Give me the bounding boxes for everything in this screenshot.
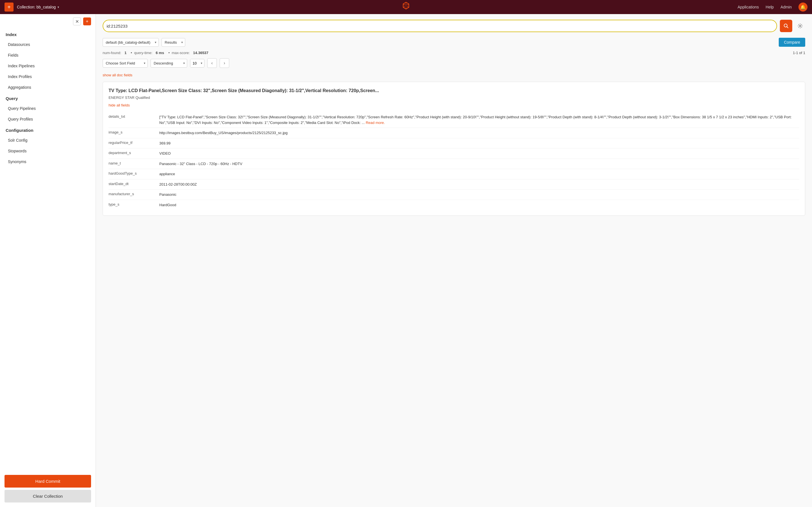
max-score-label: max-score:	[172, 51, 190, 55]
sidebar: ✕ + Index Datasources Fields Index Pipel…	[0, 14, 96, 507]
field-value: Panasonic - 32" Class - LCD - 720p - 60H…	[159, 161, 799, 167]
svg-point-2	[800, 25, 801, 27]
query-time-label: query-time:	[134, 51, 153, 55]
topnav-right: Applications Help Admin 🔔	[738, 3, 808, 11]
field-value: VIDEO	[159, 151, 799, 156]
query-time-value: 6 ms	[156, 51, 164, 55]
compare-button[interactable]: Compare	[779, 38, 805, 47]
notifications-button[interactable]: 🔔	[799, 3, 808, 11]
max-score-value: 14.36537	[193, 51, 208, 55]
field-table: details_txt["TV Type: LCD Flat-Panel","S…	[109, 112, 799, 210]
sort-order-select-wrapper: Descending ▾	[151, 59, 187, 68]
field-name: startDate_dt	[109, 182, 154, 187]
search-bar-row	[103, 20, 805, 32]
field-name: details_txt	[109, 114, 154, 125]
sidebar-item-query-profiles[interactable]: Query Profiles	[2, 114, 93, 124]
index-section-title: Index	[0, 29, 96, 39]
controls-row: default (bb_catalog-default) ▾ Results ▾…	[103, 38, 805, 47]
sidebar-item-datasources[interactable]: Datasources	[2, 40, 93, 50]
field-row: type_sHardGood	[109, 200, 799, 210]
field-value: http://images.bestbuy.com/BestBuy_US/ima…	[159, 130, 799, 136]
sort-order-select[interactable]: Descending	[151, 59, 187, 68]
sidebar-close-button[interactable]: ✕	[73, 17, 81, 25]
result-title: TV Type: LCD Flat-Panel,Screen Size Clas…	[109, 88, 799, 94]
search-input-wrapper	[103, 20, 777, 32]
sidebar-item-query-pipelines[interactable]: Query Pipelines	[2, 103, 93, 114]
sidebar-item-fields[interactable]: Fields	[2, 50, 93, 60]
configuration-section-title: Configuration	[0, 124, 96, 135]
field-name: department_s	[109, 151, 154, 156]
settings-icon	[797, 23, 803, 29]
field-name: type_s	[109, 202, 154, 208]
search-button[interactable]	[780, 20, 792, 32]
sidebar-item-index-pipelines[interactable]: Index Pipelines	[2, 61, 93, 71]
sort-field-select[interactable]: Choose Sort Field	[103, 59, 148, 68]
field-value: ["TV Type: LCD Flat-Panel","Screen Size …	[159, 114, 799, 125]
page-size-wrapper: 10 ▾	[190, 59, 204, 68]
main-layout: ✕ + Index Datasources Fields Index Pipel…	[0, 14, 812, 507]
field-name: image_s	[109, 130, 154, 136]
sidebar-item-aggregations[interactable]: Aggregations	[2, 82, 93, 93]
sidebar-item-index-profiles[interactable]: Index Profiles	[2, 71, 93, 82]
num-found-label: num-found:	[103, 51, 121, 55]
next-page-button[interactable]: ›	[220, 58, 229, 68]
field-row: regularPrice_tf369.99	[109, 138, 799, 149]
query-section-title: Query	[0, 93, 96, 103]
main-content: default (bb_catalog-default) ▾ Results ▾…	[96, 14, 812, 507]
page-size-select[interactable]: 10	[190, 59, 199, 67]
field-name: name_t	[109, 161, 154, 167]
pagination-info: 1-1 of 1	[793, 51, 805, 55]
sort-field-select-wrapper: Choose Sort Field ▾	[103, 59, 148, 68]
field-name: manufacturer_s	[109, 192, 154, 198]
sidebar-item-synonyms[interactable]: Synonyms	[2, 157, 93, 167]
field-row: image_shttp://images.bestbuy.com/BestBuy…	[109, 128, 799, 138]
show-all-fields-link[interactable]: show all doc fields	[103, 73, 133, 77]
search-input[interactable]	[107, 24, 773, 29]
hard-commit-button[interactable]: Hard Commit	[4, 475, 91, 488]
sidebar-actions: Hard Commit Clear Collection	[0, 470, 96, 507]
result-card: TV Type: LCD Flat-Panel,Screen Size Clas…	[103, 82, 805, 216]
read-more-link[interactable]: Read more.	[366, 121, 385, 125]
app-logo	[401, 1, 411, 13]
settings-button[interactable]	[795, 21, 805, 31]
field-name: regularPrice_tf	[109, 140, 154, 146]
sidebar-topbar: ✕ +	[0, 14, 96, 29]
results-select[interactable]: Results	[161, 38, 185, 47]
add-collection-button[interactable]: +	[4, 3, 13, 11]
field-value: 2011-02-28T00:00:00Z	[159, 182, 799, 187]
field-value: 369.99	[159, 140, 799, 146]
field-value: Panasonic	[159, 192, 799, 198]
field-row: department_sVIDEO	[109, 149, 799, 159]
field-value: HardGood	[159, 202, 799, 208]
result-subtitle: ENERGY STAR Qualified	[109, 96, 799, 100]
field-value: appliance	[159, 171, 799, 177]
pipeline-select[interactable]: default (bb_catalog-default)	[103, 38, 159, 47]
sidebar-item-stopwords[interactable]: Stopwords	[2, 146, 93, 156]
prev-page-button[interactable]: ‹	[207, 58, 217, 68]
collection-dropdown-arrow: ▾	[57, 5, 59, 9]
sort-row: Choose Sort Field ▾ Descending ▾ 10 ▾ ‹ …	[103, 58, 805, 68]
admin-link[interactable]: Admin	[780, 5, 792, 9]
stats-row: num-found: 1 • query-time: 6 ms • max-sc…	[103, 51, 805, 55]
field-row: startDate_dt2011-02-28T00:00:00Z	[109, 179, 799, 190]
field-name: hardGoodType_s	[109, 171, 154, 177]
sidebar-add-button[interactable]: +	[83, 17, 91, 25]
hide-fields-link[interactable]: hide all fields	[109, 103, 130, 107]
collection-selector[interactable]: Collection: bb_catalog ▾	[17, 5, 59, 9]
field-row: name_tPanasonic - 32" Class - LCD - 720p…	[109, 159, 799, 169]
pipeline-select-wrapper: default (bb_catalog-default) ▾	[103, 38, 159, 47]
applications-link[interactable]: Applications	[738, 5, 759, 9]
help-link[interactable]: Help	[766, 5, 774, 9]
field-row: hardGoodType_sappliance	[109, 169, 799, 179]
svg-line-1	[787, 27, 788, 28]
page-size-arrow: ▾	[199, 59, 204, 67]
search-icon	[783, 23, 789, 29]
clear-collection-button[interactable]: Clear Collection	[4, 490, 91, 503]
sidebar-item-solr-config[interactable]: Solr Config	[2, 135, 93, 145]
collection-label: Collection: bb_catalog	[17, 5, 56, 9]
field-row: manufacturer_sPanasonic	[109, 189, 799, 200]
num-found-value: 1	[124, 51, 126, 55]
results-select-wrapper: Results ▾	[161, 38, 185, 47]
stats-left: num-found: 1 • query-time: 6 ms • max-sc…	[103, 51, 211, 55]
field-row: details_txt["TV Type: LCD Flat-Panel","S…	[109, 112, 799, 128]
